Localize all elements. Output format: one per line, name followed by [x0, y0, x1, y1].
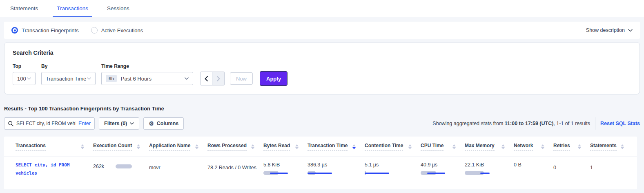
column-header-label: Application Name [149, 143, 190, 150]
chevron-down-icon [130, 122, 134, 125]
by-field: By Transaction Time [41, 63, 96, 85]
filters-button-label: Filters (0) [104, 121, 127, 126]
column-header-label: Network [514, 143, 533, 150]
apply-button[interactable]: Apply [260, 71, 287, 86]
column-header-retries[interactable]: Retries [553, 143, 590, 150]
sort-icon-active-desc [352, 144, 356, 149]
radio-selected-icon [11, 27, 18, 34]
time-window-arrows [200, 72, 225, 85]
aggregated-stats-text: Showing aggregated stats from 11:00 to 1… [432, 121, 590, 126]
top-label: Top [13, 63, 36, 69]
sort-icon [137, 144, 140, 149]
results-controls-row: Enter Filters (0) ⚙ Columns Showing aggr… [4, 117, 640, 130]
stats-time-range: 11:00 to 17:59 (UTC) [505, 121, 553, 126]
cell-contention-time: 5.1 µs [365, 161, 421, 177]
cell-execution-count: 262k [93, 161, 149, 177]
radio-unselected-icon [91, 27, 98, 34]
sort-icon [541, 144, 544, 149]
sort-icon [295, 144, 299, 149]
time-range-field: Time Range 6h Past 6 Hours [101, 63, 193, 85]
filters-button[interactable]: Filters (0) [99, 117, 139, 130]
radio-transaction-fingerprints[interactable]: Transaction Fingerprints [11, 27, 79, 34]
reset-sql-stats-link[interactable]: Reset SQL Stats [600, 121, 640, 126]
sort-icon [578, 144, 581, 149]
execution-count-bar-chart [116, 164, 134, 169]
chevron-right-icon [217, 76, 220, 81]
column-header-bytes-read[interactable]: Bytes Read [263, 143, 308, 150]
column-header-network[interactable]: Network [514, 143, 553, 150]
time-range-badge: 6h [106, 75, 117, 82]
tab-sessions[interactable]: Sessions [107, 0, 129, 17]
sort-icon [195, 144, 198, 149]
column-header-execution-count[interactable]: Execution Count [93, 143, 149, 150]
column-header-max-memory[interactable]: Max Memory [465, 143, 514, 150]
previous-time-window-button[interactable] [200, 72, 212, 85]
column-header-label: Execution Count [93, 143, 132, 150]
column-header-cpu-time[interactable]: CPU Time [421, 143, 465, 150]
tab-transactions[interactable]: Transactions [57, 0, 88, 17]
column-header-label: Rows Processed [207, 143, 247, 150]
top-select-value: 100 [17, 76, 26, 82]
time-range-select[interactable]: 6h Past 6 Hours [101, 72, 193, 85]
column-header-contention-time[interactable]: Contention Time [365, 143, 421, 150]
search-criteria-form: Top 100 By Transaction Time Time Range 6… [13, 63, 631, 85]
by-select[interactable]: Transaction Time [41, 72, 96, 85]
column-header-transactions[interactable]: Transactions [16, 143, 93, 150]
chevron-down-icon [87, 77, 91, 80]
top-tab-bar: Statements Transactions Sessions [0, 0, 644, 17]
transaction-fingerprint-link[interactable]: SELECT city, id FROM vehicles [16, 161, 93, 177]
sort-icon [621, 144, 624, 149]
contention-time-value: 5.1 µs [365, 162, 379, 168]
column-header-application-name[interactable]: Application Name [149, 143, 207, 150]
column-header-label: Bytes Read [263, 143, 290, 150]
results-table-card: Transactions Execution Count Application… [4, 137, 637, 189]
column-header-statements[interactable]: Statements [590, 143, 633, 150]
search-criteria-card: Search Criteria Top 100 By Transaction T… [4, 42, 640, 94]
cell-transaction-time: 386.3 µs [308, 161, 365, 177]
search-box: Enter [4, 117, 95, 130]
sort-icon [81, 144, 84, 149]
cell-transactions: SELECT city, id FROM vehicles [16, 161, 93, 177]
view-toggle-card: Transaction Fingerprints Active Executio… [4, 22, 640, 39]
now-button[interactable]: Now [230, 72, 253, 85]
max-memory-bar-chart [465, 171, 514, 175]
column-header-label: Contention Time [365, 143, 403, 150]
search-icon [8, 121, 13, 126]
show-description-label: Show description [586, 27, 625, 33]
execution-count-value: 262k [93, 164, 104, 169]
column-header-transaction-time[interactable]: Transaction Time [308, 143, 365, 150]
column-header-label: Statements [590, 143, 617, 150]
chevron-down-icon [185, 77, 189, 80]
column-header-rows-processed[interactable]: Rows Processed [207, 143, 263, 150]
cell-network: 0 B [514, 161, 553, 177]
max-memory-value: 22.1 KiB [465, 162, 484, 168]
columns-button-label: Columns [157, 121, 178, 126]
gear-icon: ⚙ [149, 121, 154, 126]
columns-button[interactable]: ⚙ Columns [143, 117, 184, 130]
by-label: By [41, 63, 96, 69]
time-range-value: Past 6 Hours [121, 76, 152, 82]
next-time-window-button[interactable] [212, 72, 225, 85]
radio-active-executions[interactable]: Active Executions [91, 27, 143, 34]
by-select-value: Transaction Time [46, 76, 86, 82]
cell-cpu-time: 40.9 µs [421, 161, 465, 177]
sort-icon [251, 144, 254, 149]
show-description-toggle[interactable]: Show description [586, 27, 633, 33]
tab-statements[interactable]: Statements [10, 0, 38, 17]
cell-retries: 0 [553, 161, 590, 177]
bytes-read-bar-chart [263, 171, 308, 175]
top-select[interactable]: 100 [13, 72, 36, 85]
sort-icon [408, 144, 412, 149]
contention-time-bar-chart [365, 171, 421, 175]
time-range-label: Time Range [101, 63, 193, 69]
table-header-row: Transactions Execution Count Application… [4, 137, 637, 157]
cell-application-name: movr [149, 161, 207, 177]
radio-transaction-fingerprints-label: Transaction Fingerprints [22, 27, 79, 34]
sort-icon [501, 144, 505, 149]
results-heading: Results - Top 100 Transaction Fingerprin… [4, 105, 640, 112]
radio-active-executions-label: Active Executions [101, 27, 143, 34]
search-input[interactable] [16, 121, 76, 126]
cpu-time-value: 40.9 µs [421, 162, 437, 168]
column-header-label: Max Memory [465, 143, 495, 150]
bytes-read-value: 5.8 KiB [263, 162, 280, 168]
